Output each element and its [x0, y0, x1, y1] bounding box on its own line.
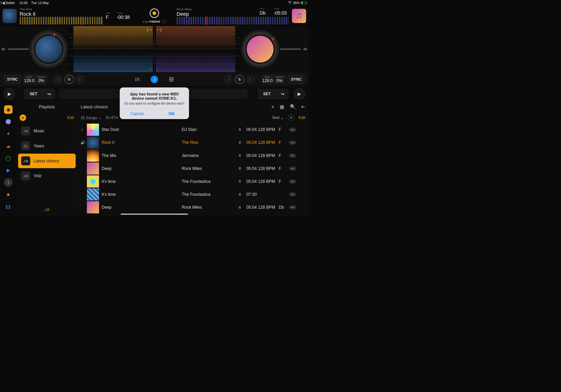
midi-device-alert: djay has found a new MIDI device named X… [120, 87, 189, 119]
alert-ok-button[interactable]: OK [154, 109, 189, 119]
alert-cancel-button[interactable]: Cancel [120, 109, 154, 119]
alert-message: Do you want to configure the device now? [124, 102, 185, 106]
alert-title: djay has found a new MIDI device named X… [124, 92, 185, 101]
